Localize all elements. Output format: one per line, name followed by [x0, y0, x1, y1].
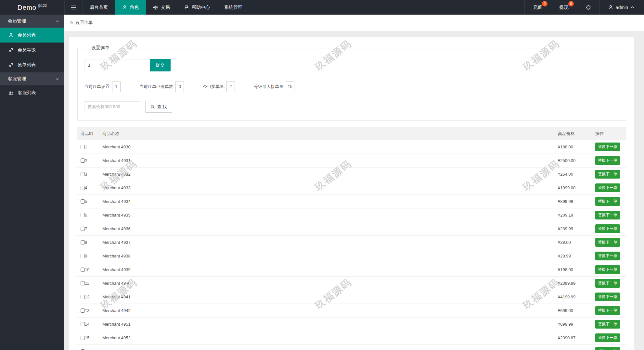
- stat-label: 等级最大接单量:: [254, 84, 285, 90]
- breadcrumb-label: 设置连单: [76, 20, 93, 26]
- scales-icon: [153, 5, 158, 10]
- table-row: 1Merchant 4930¥188.00替换下一单: [77, 140, 626, 154]
- replace-next-order-button[interactable]: 替换下一单: [595, 156, 620, 165]
- sidebar-group-label: 会员管理: [8, 18, 26, 24]
- stat-label: 当前连单已做单数:: [139, 84, 174, 90]
- cell-goods-name: Merchant 4941: [102, 294, 558, 299]
- stat-item: 当前连单设置:1: [84, 81, 121, 92]
- table-row: 14Merchant 4951¥899.99替换下一单: [77, 318, 626, 331]
- stat-item: 等级最大接单量:15: [254, 81, 294, 92]
- row-checkbox[interactable]: [81, 322, 85, 326]
- nav-recharge-button[interactable]: 充值0: [524, 0, 551, 15]
- replace-next-order-button[interactable]: 替换下一单: [595, 347, 620, 350]
- cell-action: 替换下一单: [595, 265, 626, 274]
- replace-next-order-button[interactable]: 替换下一单: [595, 224, 620, 233]
- cell-goods-id: 14: [77, 322, 102, 327]
- replace-next-order-button[interactable]: 替换下一单: [595, 183, 620, 192]
- cell-goods-id: 4: [77, 185, 102, 190]
- cell-action: 替换下一单: [595, 347, 626, 350]
- row-checkbox[interactable]: [81, 158, 85, 163]
- cell-action: 替换下一单: [595, 306, 626, 315]
- cell-action: 替换下一单: [595, 211, 626, 219]
- replace-next-order-button[interactable]: 替换下一单: [595, 197, 620, 206]
- sidebar-item-grab-order-list[interactable]: 抢单列表: [0, 57, 64, 72]
- replace-next-order-button[interactable]: 替换下一单: [595, 333, 620, 342]
- row-checkbox[interactable]: [81, 295, 85, 299]
- nav-tab-help[interactable]: 帮助中心: [177, 0, 217, 15]
- replace-next-order-button[interactable]: 替换下一单: [595, 320, 620, 329]
- nav-withdraw-button[interactable]: 提现0: [551, 0, 577, 15]
- submit-button[interactable]: 提交: [150, 59, 171, 71]
- link-icon: [8, 48, 13, 53]
- user-menu[interactable]: admin: [599, 0, 644, 15]
- nav-tab-system[interactable]: 系统管理: [217, 0, 250, 15]
- row-checkbox[interactable]: [81, 172, 85, 176]
- cell-goods-price: ¥899.99: [558, 322, 595, 327]
- row-checkbox[interactable]: [81, 336, 85, 340]
- replace-next-order-button[interactable]: 替换下一单: [595, 252, 620, 260]
- cell-goods-price: ¥198.00: [558, 267, 595, 272]
- row-checkbox[interactable]: [81, 213, 85, 217]
- row-checkbox[interactable]: [81, 199, 85, 204]
- cell-goods-price: ¥28.99: [558, 254, 595, 258]
- refresh-button[interactable]: [577, 0, 599, 15]
- row-checkbox[interactable]: [81, 227, 85, 231]
- replace-next-order-button[interactable]: 替换下一单: [595, 143, 620, 151]
- cell-goods-id: 9: [77, 254, 102, 258]
- goods-id: 7: [85, 226, 87, 231]
- sidebar: 会员管理会员列表会员等级抢单列表客服管理客服列表: [0, 15, 64, 350]
- goods-id: 6: [85, 213, 87, 218]
- replace-next-order-button[interactable]: 替换下一单: [595, 170, 620, 179]
- price-search-input[interactable]: [84, 101, 140, 112]
- app-logo-sup: @123: [38, 4, 47, 7]
- cell-goods-price: ¥188.00: [558, 144, 595, 149]
- row-checkbox[interactable]: [81, 254, 85, 258]
- cell-goods-price: ¥4199.99: [558, 294, 595, 299]
- sidebar-group-service-management[interactable]: 客服管理: [0, 72, 64, 85]
- replace-next-order-button[interactable]: 替换下一单: [595, 211, 620, 219]
- app-logo: Demo@123: [0, 0, 64, 15]
- sidebar-item-label: 会员等级: [18, 47, 36, 53]
- replace-next-order-button[interactable]: 替换下一单: [595, 293, 620, 301]
- cell-action: 替换下一单: [595, 238, 626, 247]
- cell-goods-price: ¥28.00: [558, 240, 595, 245]
- table-row: 8Merchant 4937¥28.00替换下一单: [77, 236, 626, 249]
- replace-next-order-button[interactable]: 替换下一单: [595, 279, 620, 288]
- cell-goods-id: 11: [77, 281, 102, 286]
- row-checkbox[interactable]: [81, 145, 85, 149]
- cell-action: 替换下一单: [595, 156, 626, 165]
- stat-value: 0: [175, 81, 184, 92]
- sidebar-item-label: 抢单列表: [18, 62, 36, 68]
- nav-tab-home[interactable]: 后台首页: [83, 0, 115, 15]
- find-button[interactable]: 查 找: [145, 101, 172, 113]
- row-checkbox[interactable]: [81, 281, 85, 285]
- chevron-up-icon: [631, 6, 634, 9]
- row-checkbox[interactable]: [81, 268, 85, 272]
- stat-value: 2: [226, 81, 235, 92]
- replace-next-order-button[interactable]: 替换下一单: [595, 238, 620, 247]
- sidebar-item-member-level[interactable]: 会员等级: [0, 43, 64, 57]
- row-checkbox[interactable]: [81, 308, 85, 313]
- link-icon: [8, 63, 13, 68]
- cell-goods-id: 6: [77, 213, 102, 218]
- sidebar-group-member-management[interactable]: 会员管理: [0, 15, 64, 28]
- stat-label: 当前连单设置:: [84, 84, 111, 90]
- sidebar-item-member-list[interactable]: 会员列表: [0, 28, 64, 43]
- nav-tab-trade[interactable]: 交易: [146, 0, 177, 15]
- nav-tab-label: 后台首页: [90, 5, 108, 10]
- table-row: 11Merchant 4940¥2399.99替换下一单: [77, 277, 626, 290]
- price-search-row: 查 找: [84, 101, 626, 113]
- goods-table-body: 1Merchant 4930¥188.00替换下一单2Merchant 4931…: [77, 140, 626, 350]
- stat-item: 当前连单已做单数:0: [139, 81, 184, 92]
- chain-count-input[interactable]: [84, 59, 145, 71]
- sidebar-toggle-button[interactable]: [64, 0, 83, 15]
- top-navbar: Demo@123 后台首页角色交易帮助中心系统管理 充值0提现0admin: [0, 0, 644, 15]
- cell-goods-name: Merchant 4940: [102, 281, 558, 286]
- cell-goods-id: 3: [77, 172, 102, 177]
- sidebar-item-service-list[interactable]: 客服列表: [0, 85, 64, 100]
- replace-next-order-button[interactable]: 替换下一单: [595, 265, 620, 274]
- nav-tab-roles[interactable]: 角色: [115, 0, 146, 15]
- row-checkbox[interactable]: [81, 186, 85, 190]
- row-checkbox[interactable]: [81, 240, 85, 244]
- replace-next-order-button[interactable]: 替换下一单: [595, 306, 620, 315]
